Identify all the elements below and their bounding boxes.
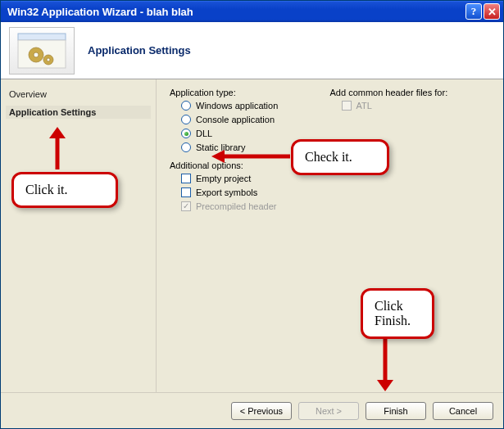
- finish-button[interactable]: Finish: [366, 402, 426, 420]
- wizard-window: Win32 Application Wizard - blah blah ? ✕…: [0, 0, 504, 429]
- checkbox-icon: [342, 101, 352, 111]
- checkbox-precompiled-header: Precompiled header: [181, 201, 330, 211]
- arrow-icon: [45, 127, 70, 173]
- checkbox-label: Export symbols: [196, 187, 257, 197]
- annotation-click-finish: Click Finish.: [361, 288, 434, 339]
- radio-icon: [181, 115, 191, 124]
- annotation-click-sidebar: Click it.: [11, 172, 118, 208]
- svg-rect-0: [18, 34, 66, 40]
- sidebar: Overview Application Settings: [1, 79, 157, 392]
- svg-point-5: [47, 58, 50, 61]
- radio-label: Console application: [196, 115, 275, 124]
- radio-label: Windows application: [196, 101, 278, 111]
- checkbox-icon: [181, 201, 191, 211]
- checkbox-icon: [181, 187, 191, 197]
- svg-point-3: [34, 52, 39, 57]
- svg-marker-9: [211, 150, 225, 163]
- checkbox-export-symbols[interactable]: Export symbols: [181, 187, 330, 197]
- app-type-label: Application type:: [170, 88, 330, 97]
- radio-label: DLL: [196, 129, 212, 138]
- checkbox-label: ATL: [356, 101, 372, 111]
- annotation-check-dll: Check it.: [291, 139, 389, 175]
- radio-icon: [181, 101, 191, 111]
- sidebar-item-application-settings[interactable]: Application Settings: [6, 106, 151, 119]
- checkbox-atl: ATL: [342, 101, 491, 111]
- radio-console-application[interactable]: Console application: [181, 115, 330, 124]
- checkbox-icon: [181, 174, 191, 183]
- common-header-group: ATL: [342, 101, 491, 111]
- radio-windows-application[interactable]: Windows application: [181, 101, 330, 111]
- page-title: Application Settings: [88, 44, 191, 56]
- next-button: Next >: [298, 402, 359, 420]
- titlebar-buttons: ? ✕: [465, 3, 500, 20]
- wizard-icon: [9, 27, 75, 75]
- sidebar-item-overview[interactable]: Overview: [6, 88, 151, 101]
- radio-icon: [181, 142, 191, 152]
- previous-button[interactable]: < Previous: [231, 402, 292, 420]
- wizard-body: Overview Application Settings Applicatio…: [1, 79, 503, 392]
- titlebar: Win32 Application Wizard - blah blah ? ✕: [1, 1, 503, 22]
- additional-options-group: Empty project Export symbols Precompiled…: [181, 174, 330, 211]
- radio-icon: [181, 129, 191, 138]
- radio-dll[interactable]: DLL: [181, 129, 330, 138]
- checkbox-label: Empty project: [196, 174, 251, 183]
- svg-marker-7: [49, 127, 66, 138]
- content-area: Application type: Windows application Co…: [157, 79, 503, 392]
- arrow-icon: [373, 339, 397, 393]
- close-button[interactable]: ✕: [484, 3, 500, 20]
- help-button[interactable]: ?: [465, 3, 482, 20]
- common-header-label: Add common header files for:: [330, 88, 491, 97]
- svg-marker-11: [377, 380, 393, 391]
- cancel-button[interactable]: Cancel: [433, 402, 493, 420]
- wizard-header: Application Settings: [1, 22, 503, 79]
- button-bar: < Previous Next > Finish Cancel: [1, 392, 503, 428]
- arrow-icon: [211, 148, 293, 165]
- checkbox-label: Precompiled header: [196, 201, 276, 211]
- window-title: Win32 Application Wizard - blah blah: [7, 6, 465, 18]
